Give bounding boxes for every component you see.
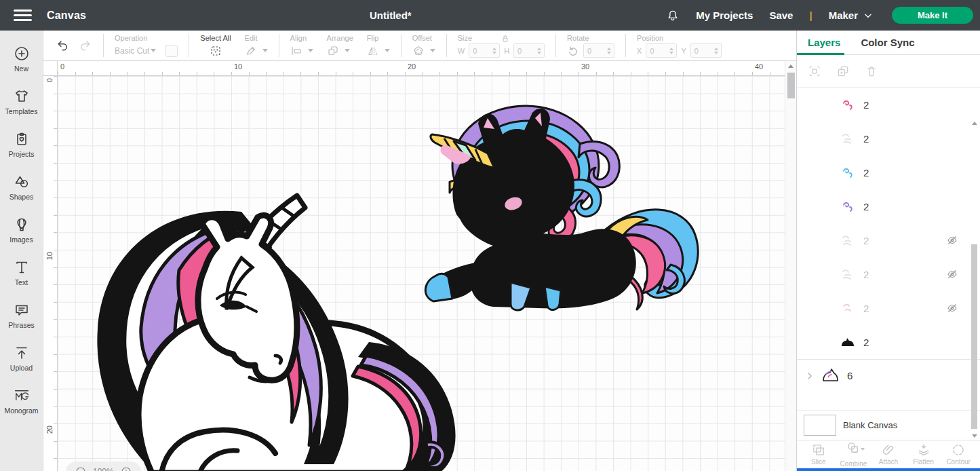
layer-thumbnail	[839, 335, 857, 350]
scrollbar-thumb[interactable]	[971, 244, 977, 429]
duplicate-icon[interactable]	[836, 64, 850, 78]
panel-scrollbar[interactable]	[971, 119, 979, 438]
vertical-ruler: 01020	[43, 76, 58, 471]
scroll-up-icon[interactable]	[971, 121, 979, 125]
position-x-input[interactable]: 0	[646, 43, 677, 58]
my-projects-link[interactable]: My Projects	[696, 10, 753, 21]
size-group: Size W 0 H 0	[451, 31, 551, 60]
layer-list: 2 2 2 2 2 2 2	[797, 88, 980, 410]
scroll-up-icon[interactable]	[785, 61, 796, 71]
group-thumbnail	[820, 366, 840, 385]
align-icon[interactable]	[290, 45, 302, 57]
sidebar-item-projects[interactable]: Projects	[0, 123, 43, 166]
layer-row[interactable]: 2	[797, 121, 980, 155]
scroll-down-icon[interactable]	[971, 434, 979, 438]
width-input[interactable]: 0	[469, 43, 500, 58]
combine-button[interactable]: Combine	[836, 441, 871, 468]
select-all-icon[interactable]	[210, 45, 222, 57]
horizontal-ruler: 010203040	[58, 61, 785, 76]
layer-thumbnail	[839, 199, 857, 214]
height-input[interactable]: 0	[513, 43, 545, 58]
white-unicorn-image[interactable]	[60, 185, 467, 471]
scrollbar-thumb[interactable]	[787, 73, 795, 98]
chevron-down-icon	[863, 11, 873, 20]
layer-row[interactable]: 2	[797, 325, 980, 359]
save-link[interactable]: Save	[769, 10, 793, 21]
contour-button[interactable]: Contour	[941, 443, 976, 466]
machine-selector[interactable]: Maker	[829, 10, 873, 21]
layer-row[interactable]: 2	[797, 189, 980, 223]
canvas-scrollbar[interactable]	[785, 61, 796, 471]
ruler-tick-label: 10	[45, 252, 54, 260]
layer-row[interactable]: 2	[797, 155, 980, 189]
page-title: Canvas	[47, 10, 86, 22]
sidebar-item-monogram[interactable]: Monogram	[0, 379, 43, 422]
combine-icon	[846, 441, 860, 455]
zoom-in-icon[interactable]	[121, 466, 132, 471]
layer-row[interactable]: 2	[797, 223, 980, 257]
projects-icon	[14, 131, 30, 147]
offset-icon[interactable]	[412, 45, 425, 57]
images-icon	[14, 216, 30, 233]
layer-group-row[interactable]: 6	[797, 359, 980, 392]
document-title[interactable]: Untitled*	[370, 10, 412, 21]
sidebar-item-new[interactable]: New	[0, 37, 43, 80]
sidebar-item-images[interactable]: Images	[0, 208, 43, 251]
layer-row[interactable]: 2	[797, 291, 980, 325]
layer-row[interactable]: 2	[797, 88, 980, 121]
pencil-icon[interactable]	[245, 45, 257, 57]
color-swatch[interactable]	[165, 45, 178, 57]
app-header: Canvas Untitled* My Projects Save | Make…	[0, 0, 980, 31]
visibility-hidden-icon[interactable]	[946, 234, 958, 246]
flatten-button[interactable]: Flatten	[906, 443, 941, 466]
slice-button[interactable]: Slice	[801, 443, 836, 466]
layer-row[interactable]: 2	[797, 257, 980, 291]
sidebar-item-phrases[interactable]: Phrases	[0, 294, 43, 337]
stepper-icon	[537, 48, 544, 54]
zoom-control[interactable]: 100%	[66, 461, 141, 471]
layer-thumbnail	[839, 131, 857, 146]
chevron-right-icon[interactable]	[805, 371, 815, 381]
ruler-tick-label: 30	[581, 62, 589, 71]
attach-icon	[882, 443, 895, 457]
caret-down-icon[interactable]	[262, 49, 268, 52]
canvas-area[interactable]: 100%	[58, 76, 785, 471]
rotate-icon[interactable]	[567, 45, 579, 57]
visibility-hidden-icon[interactable]	[946, 268, 958, 280]
rotate-group: Rotate 0	[560, 31, 621, 60]
header-divider: |	[809, 10, 812, 21]
black-unicorn-image[interactable]	[412, 100, 707, 314]
redo-icon[interactable]	[79, 39, 91, 52]
make-it-button[interactable]: Make It	[892, 7, 973, 24]
attach-button[interactable]: Attach	[871, 443, 906, 466]
menu-icon[interactable]	[14, 10, 32, 21]
operation-dropdown[interactable]: Basic Cut	[115, 46, 156, 56]
sidebar-item-text[interactable]: Text	[0, 251, 43, 294]
ruler-tick-label: 10	[234, 62, 242, 71]
operation-group: Operation Basic Cut	[108, 31, 184, 60]
align-group: Align	[283, 31, 320, 60]
arrange-icon[interactable]	[327, 45, 339, 57]
blank-canvas-row[interactable]: Blank Canvas	[797, 410, 980, 440]
zoom-out-icon[interactable]	[75, 466, 86, 471]
notifications-bell-icon[interactable]	[666, 9, 680, 22]
visibility-hidden-icon[interactable]	[946, 302, 958, 314]
trash-icon[interactable]	[865, 64, 878, 78]
monogram-icon	[14, 388, 30, 404]
ruler-tick-label: 20	[408, 62, 416, 71]
sidebar-item-shapes[interactable]: Shapes	[0, 166, 43, 208]
active-tab-underline	[797, 53, 844, 55]
sidebar-item-upload[interactable]: Upload	[0, 337, 43, 379]
flip-icon[interactable]	[367, 45, 379, 57]
layers-panel: LayersColor Sync 2 2 2 2	[796, 31, 980, 471]
stepper-icon	[492, 48, 499, 54]
sidebar-item-templates[interactable]: Templates	[0, 80, 43, 123]
undo-icon[interactable]	[57, 39, 69, 52]
new-icon	[14, 45, 30, 62]
tab-color-sync[interactable]: Color Sync	[861, 37, 914, 48]
position-y-input[interactable]: 0	[690, 43, 722, 58]
lock-icon[interactable]	[501, 34, 510, 42]
rotate-input[interactable]: 0	[583, 43, 614, 58]
group-icon[interactable]	[808, 64, 821, 78]
tab-layers[interactable]: Layers	[808, 37, 840, 48]
